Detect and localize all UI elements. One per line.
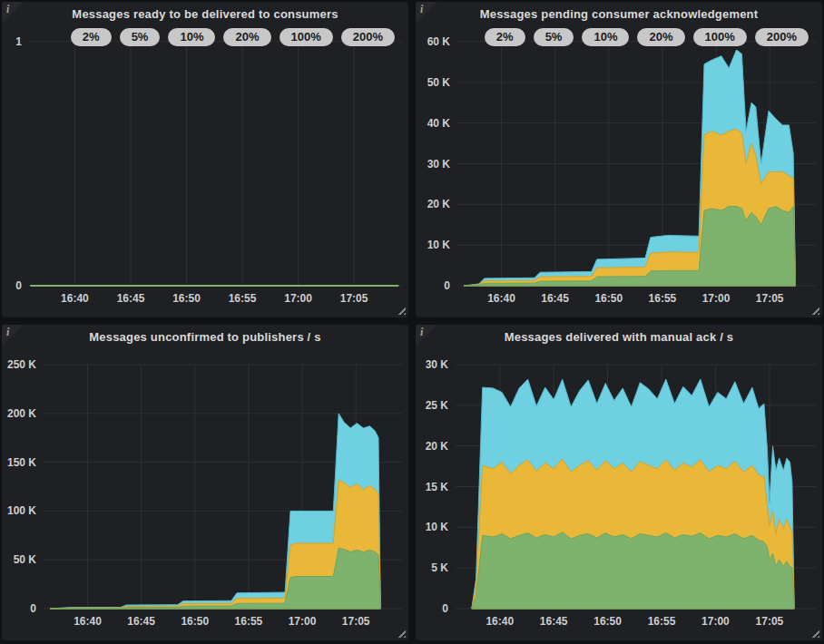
info-icon: i: [420, 3, 423, 16]
panel-info-corner[interactable]: i: [2, 2, 24, 24]
y-tick-label: 60 K: [427, 35, 451, 48]
y-tick-label: 20 K: [426, 440, 449, 453]
panel-title[interactable]: Messages pending consumer acknowledgemen…: [416, 7, 822, 21]
panel-messages-delivered: i Messages delivered with manual ack / s…: [416, 325, 822, 640]
x-tick-label: 16:50: [593, 615, 622, 628]
y-tick-label: 100 K: [7, 504, 36, 517]
y-tick-label: 50 K: [427, 76, 451, 89]
y-tick-label: 150 K: [7, 456, 36, 469]
threshold-badge-2pct[interactable]: 2%: [71, 28, 112, 46]
x-tick-label: 17:00: [289, 615, 317, 628]
y-tick-label: 200 K: [7, 407, 36, 420]
panel-title[interactable]: Messages ready to be delivered to consum…: [2, 7, 408, 21]
x-tick-label: 16:45: [117, 292, 145, 305]
threshold-badge-5pct[interactable]: 5%: [120, 28, 161, 46]
y-tick-label: 20 K: [427, 198, 451, 210]
info-icon: i: [420, 326, 423, 339]
x-tick-label: 16:50: [181, 615, 209, 628]
x-tick-label: 16:45: [127, 615, 155, 628]
y-tick-label: 5 K: [431, 561, 448, 574]
x-tick-label: 17:00: [701, 615, 730, 628]
pending-ack-chart[interactable]: 010 K20 K30 K40 K50 K60 K16:4016:4516:50…: [416, 25, 822, 317]
panel-info-corner[interactable]: i: [2, 325, 24, 346]
x-tick-label: 17:00: [284, 292, 312, 305]
panel-messages-ready: i Messages ready to be delivered to cons…: [2, 2, 408, 317]
x-tick-label: 17:05: [342, 615, 370, 628]
y-tick-label: 10 K: [427, 239, 451, 251]
info-icon: i: [6, 3, 9, 16]
threshold-badge-100pct[interactable]: 100%: [280, 28, 333, 46]
y-tick-label: 30 K: [427, 158, 451, 171]
y-tick-label: 250 K: [7, 358, 36, 371]
y-tick-label: 25 K: [426, 399, 449, 412]
y-tick-label: 0: [444, 279, 450, 292]
dashboard-grid: i Messages ready to be delivered to cons…: [0, 0, 824, 644]
x-tick-label: 16:45: [540, 615, 568, 628]
x-tick-label: 16:50: [594, 292, 623, 305]
unconfirmed-chart[interactable]: 050 K100 K150 K200 K250 K16:4016:4516:50…: [2, 348, 408, 640]
threshold-badge-100pct[interactable]: 100%: [693, 28, 747, 46]
threshold-badge-200pct[interactable]: 200%: [341, 28, 395, 46]
x-tick-label: 16:40: [487, 292, 515, 305]
series-area-green: [472, 532, 794, 609]
threshold-badge-2pct[interactable]: 2%: [485, 28, 525, 46]
threshold-badge-5pct[interactable]: 5%: [534, 28, 574, 46]
threshold-badge-200pct[interactable]: 200%: [755, 28, 809, 46]
x-tick-label: 17:05: [756, 615, 784, 628]
y-tick-label: 50 K: [14, 553, 37, 566]
x-tick-label: 16:55: [235, 615, 263, 628]
x-tick-label: 16:55: [649, 292, 677, 305]
threshold-badge-20pct[interactable]: 20%: [637, 28, 684, 46]
x-tick-label: 16:40: [74, 615, 102, 628]
x-tick-label: 17:05: [340, 292, 368, 305]
x-tick-label: 17:05: [756, 292, 784, 305]
ready-chart[interactable]: 0116:4016:4516:5016:5517:0017:05: [2, 25, 408, 317]
x-tick-label: 16:50: [172, 292, 201, 305]
info-icon: i: [6, 326, 9, 339]
panel-title[interactable]: Messages unconfirmed to publishers / s: [2, 330, 408, 344]
y-tick-label: 0: [442, 602, 448, 615]
y-tick-label: 0: [30, 602, 36, 615]
panel-info-corner[interactable]: i: [416, 2, 437, 24]
badge-row: 2%5%10%20%100%200%: [485, 28, 809, 46]
x-tick-label: 16:45: [541, 292, 569, 305]
badge-row: 2%5%10%20%100%200%: [71, 28, 395, 46]
panel-messages-pending-ack: i Messages pending consumer acknowledgem…: [416, 2, 822, 317]
threshold-badge-10pct[interactable]: 10%: [582, 28, 629, 46]
y-tick-label: 40 K: [427, 117, 451, 130]
x-tick-label: 16:40: [61, 292, 89, 305]
y-tick-label: 15 K: [426, 481, 449, 493]
y-tick-label: 10 K: [426, 521, 449, 533]
x-tick-label: 16:55: [229, 292, 257, 305]
threshold-badge-20pct[interactable]: 20%: [223, 28, 270, 46]
x-tick-label: 17:00: [702, 292, 731, 305]
y-tick-label: 0: [15, 279, 22, 292]
panel-messages-unconfirmed: i Messages unconfirmed to publishers / s…: [2, 325, 408, 640]
panel-title[interactable]: Messages delivered with manual ack / s: [416, 330, 822, 344]
panel-info-corner[interactable]: i: [416, 325, 437, 346]
x-tick-label: 16:55: [648, 615, 676, 628]
threshold-badge-10pct[interactable]: 10%: [168, 28, 215, 46]
y-tick-label: 30 K: [426, 358, 449, 371]
y-tick-label: 1: [15, 35, 22, 48]
delivered-chart[interactable]: 05 K10 K15 K20 K25 K30 K16:4016:4516:501…: [416, 348, 822, 640]
x-tick-label: 16:40: [486, 615, 514, 628]
